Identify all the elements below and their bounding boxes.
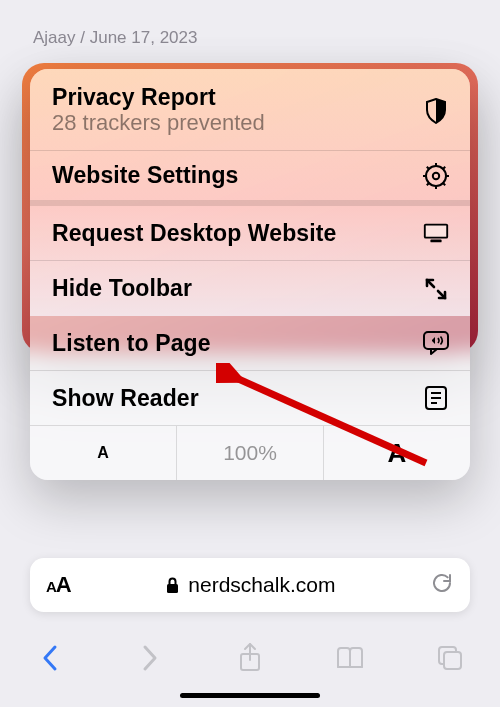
share-button[interactable] (218, 636, 282, 680)
page-settings-menu: Privacy Report 28 trackers prevented Web… (30, 69, 470, 480)
expand-arrows-icon (422, 275, 450, 303)
url-display[interactable]: nerdschalk.com (71, 573, 430, 597)
zoom-out-button[interactable]: A (30, 426, 177, 480)
svg-rect-13 (424, 332, 448, 349)
home-indicator[interactable] (180, 693, 320, 698)
text-zoom-control: A 100% A (30, 426, 470, 480)
privacy-report-title: Privacy Report (52, 84, 216, 111)
byline-author: Ajaay (33, 28, 76, 47)
svg-line-8 (443, 166, 446, 169)
svg-rect-11 (426, 226, 447, 237)
svg-line-7 (443, 182, 446, 185)
tabs-button[interactable] (418, 636, 482, 680)
show-reader-button[interactable]: Show Reader (30, 371, 470, 426)
hide-toolbar-button[interactable]: Hide Toolbar (30, 261, 470, 316)
zoom-reset-button[interactable]: 100% (177, 426, 324, 480)
back-button[interactable] (18, 636, 82, 680)
svg-line-9 (427, 182, 430, 185)
byline-date: June 17, 2023 (90, 28, 198, 47)
website-settings-button[interactable]: Website Settings (30, 151, 470, 206)
privacy-report-subtitle: 28 trackers prevented (52, 110, 265, 136)
listen-to-page-button[interactable]: Listen to Page (30, 316, 470, 371)
svg-point-1 (433, 172, 439, 178)
reload-button[interactable] (430, 571, 454, 599)
lock-icon (165, 576, 180, 594)
svg-line-6 (427, 166, 430, 169)
svg-rect-21 (444, 652, 461, 669)
bottom-toolbar (0, 628, 500, 688)
privacy-report-button[interactable]: Privacy Report 28 trackers prevented (30, 69, 470, 151)
byline: Ajaay / June 17, 2023 (33, 28, 197, 48)
speech-bubble-sound-icon (422, 329, 450, 357)
text-size-button[interactable]: AA (46, 572, 71, 598)
shield-icon (422, 97, 450, 125)
request-desktop-website-button[interactable]: Request Desktop Website (30, 206, 470, 261)
forward-button (118, 636, 182, 680)
address-bar[interactable]: AA nerdschalk.com (30, 558, 470, 612)
zoom-in-button[interactable]: A (324, 426, 470, 480)
bookmarks-button[interactable] (318, 636, 382, 680)
svg-rect-12 (430, 240, 441, 243)
svg-rect-19 (167, 584, 178, 593)
desktop-icon (422, 219, 450, 247)
gear-icon (422, 162, 450, 190)
reader-icon (422, 384, 450, 412)
